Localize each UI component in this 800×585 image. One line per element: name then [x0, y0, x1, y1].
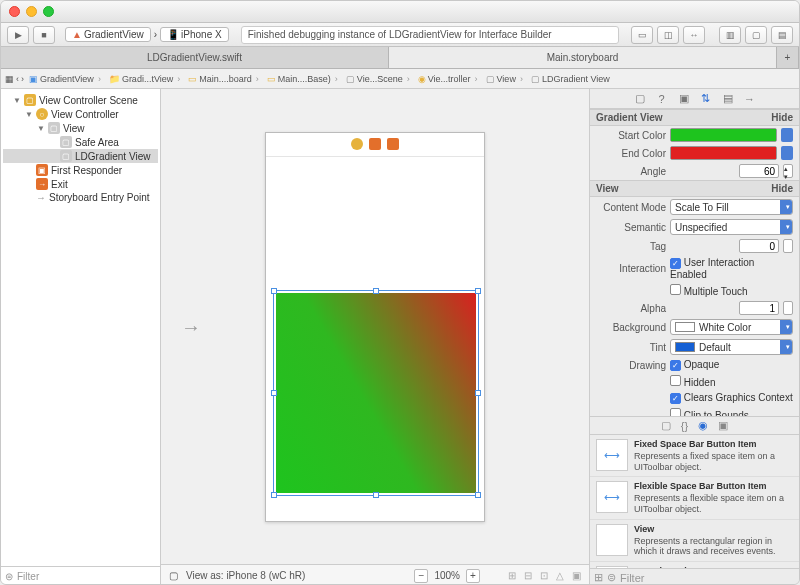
- alpha-field[interactable]: [739, 301, 779, 315]
- file-inspector-tab[interactable]: ▢: [633, 92, 647, 106]
- exit-dock-icon[interactable]: [387, 138, 399, 150]
- jump-base[interactable]: ▭Main....Base): [264, 74, 341, 84]
- jump-project[interactable]: ▣GradientView: [26, 74, 104, 84]
- background-popup[interactable]: White Color: [670, 319, 793, 335]
- first-responder-dock-icon[interactable]: [369, 138, 381, 150]
- gradient-view[interactable]: [276, 293, 476, 493]
- jump-storyboard[interactable]: ▭Main....board: [185, 74, 262, 84]
- semantic-popup[interactable]: Unspecified: [670, 219, 793, 235]
- editor-assistant-button[interactable]: ◫: [657, 26, 679, 44]
- angle-field[interactable]: [739, 164, 779, 178]
- resize-handle[interactable]: [373, 288, 379, 294]
- multiple-touch-checkbox[interactable]: [670, 284, 681, 295]
- view-controller-canvas[interactable]: [265, 132, 485, 522]
- content-mode-popup[interactable]: Scale To Fill: [670, 199, 793, 215]
- zoom-out-button[interactable]: −: [414, 569, 428, 583]
- semantic-label: Semantic: [596, 222, 666, 233]
- outline-filter[interactable]: ⊜ Filter: [1, 566, 160, 585]
- embed-icon[interactable]: ▣: [572, 570, 581, 581]
- editor-standard-button[interactable]: ▭: [631, 26, 653, 44]
- jump-gradient[interactable]: ▢LDGradient View: [528, 74, 617, 84]
- tint-popup[interactable]: Default: [670, 339, 793, 355]
- tree-entry-point[interactable]: →Storyboard Entry Point: [3, 191, 158, 204]
- jump-scene[interactable]: ▢Vie...Scene: [343, 74, 413, 84]
- resolve-icon[interactable]: △: [556, 570, 564, 581]
- view-as-label[interactable]: View as: iPhone 8 (wC hR): [186, 570, 305, 581]
- resize-handle[interactable]: [271, 288, 277, 294]
- library-filter[interactable]: ⊞ ⊜ Filter: [590, 568, 799, 585]
- tree-exit[interactable]: →Exit: [3, 177, 158, 191]
- interaction-label: Interaction: [596, 263, 666, 274]
- resize-handle[interactable]: [271, 390, 277, 396]
- resize-handle[interactable]: [373, 492, 379, 498]
- new-tab-button[interactable]: +: [777, 47, 799, 68]
- toggle-debug-button[interactable]: ▢: [745, 26, 767, 44]
- tree-gradient-view[interactable]: ▢LDGradient View: [3, 149, 158, 163]
- tab-storyboard[interactable]: Main.storyboard: [389, 47, 777, 68]
- end-color-well[interactable]: [670, 146, 777, 160]
- canvas[interactable]: → ▢ View as: iPhone 8 (wC hR): [161, 89, 589, 585]
- tab-swift-file[interactable]: LDGradientView.swift: [1, 47, 389, 68]
- attributes-inspector-tab[interactable]: ⇅: [699, 92, 713, 106]
- editor-version-button[interactable]: ↔: [683, 26, 705, 44]
- hidden-checkbox[interactable]: [670, 375, 681, 386]
- resize-handle[interactable]: [271, 492, 277, 498]
- zoom-in-button[interactable]: +: [466, 569, 480, 583]
- clip-checkbox[interactable]: [670, 408, 681, 416]
- tree-view[interactable]: ▼▢View: [3, 121, 158, 135]
- grid-view-icon[interactable]: ⊞: [594, 571, 603, 584]
- zoom-window-button[interactable]: [43, 6, 54, 17]
- related-items-icon[interactable]: ▦: [5, 74, 14, 84]
- clears-checkbox[interactable]: ✓: [670, 393, 681, 404]
- color-popup-button[interactable]: [781, 128, 793, 142]
- tree-scene[interactable]: ▼▢View Controller Scene: [3, 93, 158, 107]
- entry-arrow-icon[interactable]: →: [181, 315, 201, 338]
- tag-field[interactable]: [739, 239, 779, 253]
- scene-dock[interactable]: [266, 133, 484, 157]
- code-snippet-tab[interactable]: {}: [681, 420, 688, 432]
- scheme-device[interactable]: 📱 iPhone X: [160, 27, 229, 42]
- color-popup-button[interactable]: [781, 146, 793, 160]
- jump-bar[interactable]: ▦ ‹ › ▣GradientView 📁Gradi...tView ▭Main…: [1, 69, 799, 89]
- tree-first-responder[interactable]: ▣First Responder: [3, 163, 158, 177]
- nav-back-button[interactable]: ‹: [16, 74, 19, 84]
- tag-stepper[interactable]: [783, 239, 793, 253]
- user-interaction-checkbox[interactable]: ✓: [670, 258, 681, 269]
- scheme-device-label: iPhone X: [181, 29, 222, 40]
- tree-view-controller[interactable]: ▼○View Controller: [3, 107, 158, 121]
- opaque-checkbox[interactable]: ✓: [670, 360, 681, 371]
- scheme-target[interactable]: ▲ GradientView: [65, 27, 151, 42]
- jump-vc[interactable]: ◉Vie...troller: [415, 74, 481, 84]
- library-item[interactable]: ⟷Flexible Space Bar Button ItemRepresent…: [590, 477, 799, 519]
- pin-icon[interactable]: ⊡: [540, 570, 548, 581]
- library-item[interactable]: ViewRepresents a rectangular region in w…: [590, 520, 799, 562]
- tree-safe-area[interactable]: ▢Safe Area: [3, 135, 158, 149]
- toggle-inspector-button[interactable]: ▤: [771, 26, 793, 44]
- toggle-navigator-button[interactable]: ▥: [719, 26, 741, 44]
- library-item[interactable]: ⟷Fixed Space Bar Button ItemRepresents a…: [590, 435, 799, 477]
- angle-stepper[interactable]: ▴▾: [783, 164, 793, 178]
- file-template-tab[interactable]: ▢: [661, 419, 671, 432]
- start-color-well[interactable]: [670, 128, 777, 142]
- jump-folder[interactable]: 📁Gradi...tView: [106, 74, 183, 84]
- alpha-stepper[interactable]: [783, 301, 793, 315]
- constraints-icon[interactable]: ⊞: [508, 570, 516, 581]
- run-button[interactable]: ▶: [7, 26, 29, 44]
- device-config-icon[interactable]: ▢: [169, 570, 178, 581]
- resize-handle[interactable]: [475, 492, 481, 498]
- minimize-window-button[interactable]: [26, 6, 37, 17]
- object-library-tab[interactable]: ◉: [698, 419, 708, 432]
- resize-handle[interactable]: [475, 390, 481, 396]
- close-window-button[interactable]: [9, 6, 20, 17]
- media-library-tab[interactable]: ▣: [718, 419, 728, 432]
- align-icon[interactable]: ⊟: [524, 570, 532, 581]
- stop-button[interactable]: ■: [33, 26, 55, 44]
- identity-inspector-tab[interactable]: ▣: [677, 92, 691, 106]
- nav-forward-button[interactable]: ›: [21, 74, 24, 84]
- help-inspector-tab[interactable]: ?: [655, 92, 669, 106]
- resize-handle[interactable]: [475, 288, 481, 294]
- jump-view[interactable]: ▢View: [483, 74, 526, 84]
- size-inspector-tab[interactable]: ▤: [721, 92, 735, 106]
- connections-inspector-tab[interactable]: →: [743, 92, 757, 106]
- vc-dock-icon[interactable]: [351, 138, 363, 150]
